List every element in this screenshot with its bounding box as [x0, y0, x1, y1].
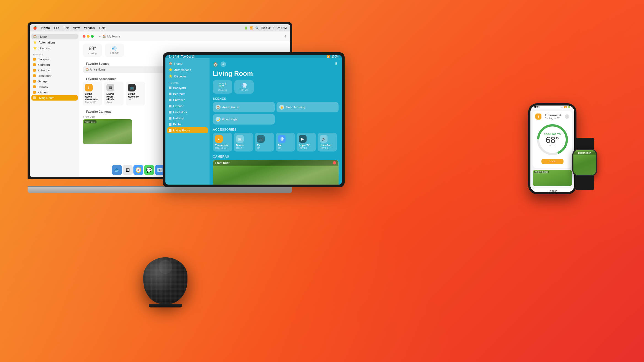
ipad-room-livingroom[interactable]: Living Room: [167, 127, 208, 133]
ipad-room-entrance[interactable]: Entrance: [165, 97, 210, 103]
room-icon-kitchen: [33, 91, 36, 94]
watch-case: FRONT DOOR: [572, 149, 597, 176]
ipad-camera-feed: Front Door: [213, 160, 339, 185]
automations-icon: ⭐: [33, 40, 37, 44]
ipad-room-icon-entrance: [169, 99, 171, 101]
ipad-camera-close[interactable]: [333, 161, 336, 164]
ipad-acc-blinds[interactable]: ▤ Blinds Open: [234, 133, 253, 152]
minimize-button[interactable]: [87, 35, 90, 38]
dock-safari[interactable]: 🧭: [133, 165, 143, 175]
ipad-status-bar: 9:41 AM Tue Oct 13 📶 100%: [165, 55, 342, 58]
sidebar-room-frontdoor[interactable]: Front door: [30, 73, 79, 79]
sidebar-room-backyard[interactable]: Backyard: [30, 56, 79, 62]
ipad-mic-icon[interactable]: 🎙: [334, 62, 339, 67]
sidebar-room-livingroom[interactable]: Living Room: [31, 95, 78, 101]
ipad-room-kitchen[interactable]: Kitchen: [165, 121, 210, 127]
ipad-fan-label: Fan On: [238, 88, 250, 91]
ipad-room-backyard[interactable]: Backyard: [165, 85, 210, 91]
dock-messages[interactable]: 💬: [144, 165, 154, 175]
thermostat-dial-container: COOLING TO 68° AUTO: [535, 122, 569, 158]
arrive-home-dot: 🏠: [216, 105, 221, 110]
sidebar-room-entrance[interactable]: Entrance: [30, 67, 79, 73]
breadcrumb-icon: 🏠: [102, 34, 106, 38]
ipad-acc-appletv[interactable]: ▶ Apple TV Playing: [297, 133, 316, 152]
home-icon: 🏠: [33, 35, 37, 38]
ipad: 9:41 AM Tue Oct 13 📶 100% 🏠 Home ⭐: [163, 52, 345, 187]
add-button[interactable]: +: [284, 34, 287, 39]
mac-menu-file[interactable]: File: [54, 26, 59, 29]
cool-button[interactable]: COOL: [541, 159, 564, 164]
ipad-wifi-icon: 📶: [326, 55, 330, 58]
ipad-accessories-row: 🌡 Thermostat Cool to 68° ▤ Blinds Open 📺…: [213, 133, 339, 152]
sidebar-home-label: Home: [39, 35, 47, 38]
sidebar-room-kitchen[interactable]: Kitchen: [30, 90, 79, 95]
mac-fan-label: Fan Off: [108, 52, 121, 54]
ipad-room-icon-hallway: [169, 117, 171, 120]
ipad-sidebar-automations[interactable]: ⭐ Automations: [165, 67, 210, 73]
ipad-home-nav-icon: 🏠: [169, 62, 173, 65]
maximize-button[interactable]: [91, 35, 94, 38]
ipad-scene-good-morning[interactable]: ☀️ Good Morning: [277, 102, 339, 112]
ipad-room-frontdoor[interactable]: Front door: [165, 109, 210, 115]
mac-search-icon[interactable]: 🔍: [255, 26, 259, 29]
mac-menu-edit[interactable]: Edit: [63, 26, 69, 29]
sidebar-item-discover[interactable]: ⭐ Discover: [30, 45, 79, 51]
rooms-section-label: Rooms: [30, 51, 79, 56]
mac-menu-help[interactable]: Help: [99, 26, 106, 29]
iphone-wifi-icon: 📶: [564, 106, 567, 108]
ipad-thermostat-icon: 🌡: [215, 135, 223, 143]
sidebar-room-garage[interactable]: Garage: [30, 79, 79, 84]
breadcrumb-arrow: ←: [98, 35, 101, 38]
ipad-add-button[interactable]: +: [221, 61, 226, 67]
iphone-screen: 9:41 ▪▪▪ 📶 🔋 🌡 Thermostat: [530, 106, 574, 192]
ipad-temperature: 68°: [216, 82, 229, 89]
mac-acc-thermostat[interactable]: 🌡 Living Room Thermostat Cool to 68°: [83, 82, 102, 106]
ipad-camera-header: Front Door: [213, 160, 338, 166]
ipad-room-exterior[interactable]: Exterior: [165, 103, 210, 109]
dock-launchpad[interactable]: ⊞: [123, 165, 133, 175]
good-morning-dot: ☀️: [279, 105, 284, 110]
thermostat-icon: 🌡: [85, 84, 93, 91]
ipad-room-hallway[interactable]: Hallway: [165, 115, 210, 121]
sidebar-item-automations[interactable]: ⭐ Automations: [30, 39, 79, 45]
dock-finder[interactable]: 🐟: [112, 165, 122, 175]
mac-acc-blinds[interactable]: ▤ Living Room Blinds Open: [104, 82, 124, 106]
sidebar-item-home[interactable]: 🏠 Home: [31, 34, 78, 39]
homepod-top: [159, 260, 172, 274]
mac-menu-view[interactable]: View: [73, 26, 80, 29]
mac-toolbar: ← 🏠 My Home +: [79, 31, 290, 41]
ipad-cameras-title: Cameras: [213, 155, 339, 158]
ipad-acc-fan[interactable]: 💨 Fan On: [276, 133, 295, 152]
sidebar-room-hallway[interactable]: Hallway: [30, 84, 79, 90]
ipad-app-area: 🏠 Home ⭐ Automations ⭐ Discover Rooms: [165, 58, 342, 185]
ipad-acc-homepod[interactable]: 🔊 HomePod Playing: [318, 133, 337, 152]
sidebar-room-bedroom[interactable]: Bedroom: [30, 62, 79, 67]
ipad-sidebar-home[interactable]: 🏠 Home: [165, 60, 210, 67]
dismiss-button[interactable]: Dismiss: [533, 188, 572, 192]
ipad-time: 9:41 AM: [169, 55, 179, 58]
watch-camera-label: FRONT DOOR: [573, 152, 596, 155]
thermostat-card-icon: 🌡: [535, 114, 541, 120]
blinds-icon: ▤: [106, 84, 114, 91]
ipad-room-bedroom[interactable]: Bedroom: [165, 91, 210, 97]
mac-acc-tv[interactable]: 📺 Living Room TV Off: [126, 82, 145, 106]
thermostat-close-button[interactable]: ✕: [565, 114, 569, 119]
close-button[interactable]: [83, 35, 85, 38]
ipad-sidebar-discover[interactable]: ⭐ Discover: [165, 73, 210, 79]
apple-watch: FRONT DOOR: [570, 138, 600, 193]
ipad-scene-arrive-home[interactable]: 🏠 Arrive Home: [213, 102, 275, 112]
mac-app-name[interactable]: Home: [41, 26, 50, 29]
good-night-dot: 🌙: [216, 117, 221, 122]
ipad-room-icon-exterior: [169, 105, 171, 107]
thermostat-card-title: Thermostat: [545, 114, 561, 117]
mac-sidebar: 🏠 Home ⭐ Automations ⭐ Discover Rooms: [30, 31, 79, 177]
mac-menubar: 🍎 Home File Edit View Window Help 🔋 📶 🔍 …: [30, 24, 290, 31]
ipad-acc-tv[interactable]: 📺 TV Off: [255, 133, 274, 152]
mac-menu-window[interactable]: Window: [84, 26, 95, 29]
ipad-acc-thermostat[interactable]: 🌡 Thermostat Cool to 68°: [213, 133, 232, 152]
tv-icon: 📺: [128, 84, 136, 91]
ipad-scene-good-night[interactable]: 🌙 Good Night: [213, 114, 275, 125]
ipad-camera-name: Front Door: [215, 161, 230, 164]
watch-band-top: [575, 138, 594, 149]
ipad-room-icon-bedroom: [169, 93, 171, 95]
